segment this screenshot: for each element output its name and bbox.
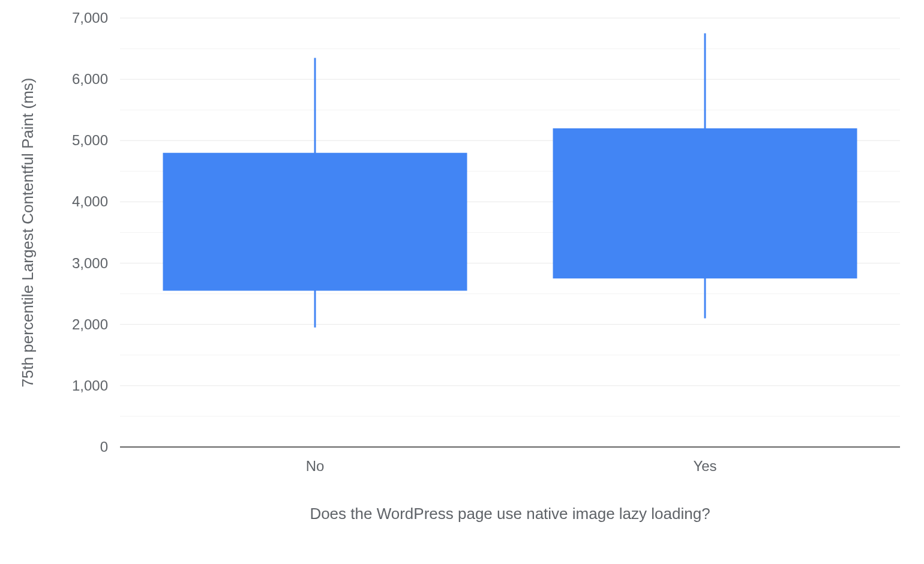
x-axis-label: Does the WordPress page use native image…	[310, 505, 710, 523]
y-tick-label: 6,000	[72, 71, 108, 87]
y-tick-label: 0	[100, 439, 108, 455]
boxplot-chart: 01,0002,0003,0004,0005,0006,0007,000NoYe…	[0, 0, 924, 564]
y-tick-label: 5,000	[72, 132, 108, 148]
y-tick-label: 7,000	[72, 10, 108, 26]
x-tick-label: Yes	[693, 458, 716, 474]
y-tick-label: 3,000	[72, 255, 108, 271]
y-axis-label: 75th percentile Largest Contentful Paint…	[19, 78, 37, 388]
y-tick-label: 2,000	[72, 316, 108, 332]
x-tick-label: No	[306, 458, 325, 474]
y-tick-label: 4,000	[72, 193, 108, 209]
box-rect	[553, 128, 857, 278]
chart-container: 01,0002,0003,0004,0005,0006,0007,000NoYe…	[0, 0, 924, 564]
y-tick-label: 1,000	[72, 377, 108, 394]
box-rect	[163, 153, 467, 291]
